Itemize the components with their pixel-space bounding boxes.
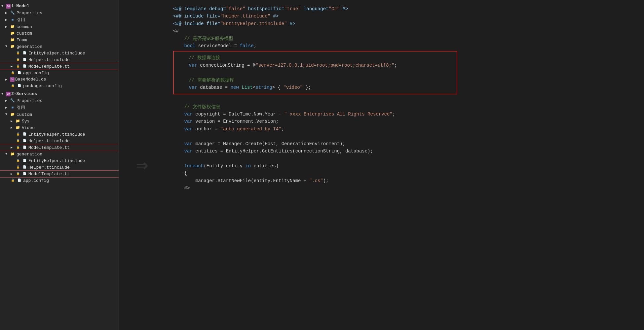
p1-common[interactable]: 📁 common	[0, 23, 119, 30]
folder-icon-7: 📁	[15, 125, 20, 130]
p1-ref-label: 引用	[17, 17, 25, 23]
ttinclude-icon-2: 📄	[22, 57, 27, 62]
tt-icon-2: 📄	[22, 145, 27, 150]
p2-video[interactable]: 📁 Video	[0, 124, 119, 131]
lock-icon-6: 🔒	[15, 132, 20, 137]
p1-ref-chevron	[5, 18, 9, 22]
code-content: <#@ template debug="false" hostspecific=…	[173, 5, 636, 50]
csharp-badge-2: C#	[6, 92, 11, 96]
p2-appconfig-label: app.config	[23, 178, 49, 183]
folder-icon-4: 📁	[10, 44, 15, 49]
line-23: {	[173, 171, 187, 176]
lock-icon-12: 🔒	[10, 178, 15, 183]
solution-explorer: C# 1-Model 🔧 Properties ■ 引用 📁 common 📁 …	[0, 0, 119, 330]
p1-appconfig-label: app.config	[23, 71, 49, 76]
line-directive-2: <#@ include file="helper.ttinclude" #>	[173, 14, 279, 19]
cs-badge-1: C#	[10, 77, 15, 82]
p2-mt-chevron	[11, 146, 15, 149]
p2-sys[interactable]: 📁 Sys	[0, 118, 119, 124]
p2-appconfig[interactable]: 🔒 📄 app.config	[0, 177, 119, 184]
lock-icon-7: 🔒	[15, 138, 20, 144]
p2-gen-helper[interactable]: 🔒 📄 Helper.ttinclude	[0, 164, 119, 171]
project-1-chevron	[1, 4, 5, 8]
lock-icon-9: 🔒	[15, 158, 20, 163]
p2-video-chevron	[11, 126, 15, 130]
line-6: bool serviceModel = false;	[173, 43, 256, 49]
project-1-model[interactable]: C# 1-Model	[0, 3, 119, 10]
p1-custom-label: custom	[17, 31, 32, 36]
p1-generation[interactable]: 📁 generation	[0, 43, 119, 50]
p1-properties[interactable]: 🔧 Properties	[0, 10, 119, 16]
p1-packages[interactable]: 🔒 📄 packages.config	[0, 82, 119, 89]
p1-enum[interactable]: 📁 Enum	[0, 37, 119, 43]
p1-helper[interactable]: 🔒 📄 Helper.ttinclude	[0, 56, 119, 63]
project-2-services[interactable]: C# 2-Services	[0, 90, 119, 97]
line-24: manager.StartNewFile(entity.EntityName +…	[173, 178, 329, 183]
lock-icon-11: 🔒	[15, 171, 20, 177]
line-25: #>	[173, 185, 190, 191]
p2-modeltemplate[interactable]: 🔒 📄 ModelTemplate.tt	[0, 144, 119, 151]
p2-gen-label: generation	[17, 152, 42, 157]
reference-icon-2: ■	[10, 105, 15, 110]
p2-gen-helper-label: Helper.ttinclude	[28, 165, 70, 170]
line-11: // 需要解析的数据库	[178, 78, 234, 83]
line-17: var author = "auto generated by T4";	[173, 126, 284, 132]
config-icon-3: 📄	[17, 178, 22, 183]
tt-icon-3: 📄	[22, 171, 27, 177]
config-icon: 📄	[17, 70, 22, 76]
code-editor: <#@ template debug="false" hostspecific=…	[165, 0, 644, 330]
folder-icon-2: 📁	[10, 31, 15, 36]
p2-modeltemplate-label: ModelTemplate.tt	[28, 145, 70, 150]
p2-generation[interactable]: 📁 generation	[0, 151, 119, 157]
p2-ref-label: 引用	[17, 105, 25, 111]
p1-references[interactable]: ■ 引用	[0, 16, 119, 23]
p1-modeltemplate-label: ModelTemplate.tt	[28, 64, 70, 69]
p1-appconfig[interactable]: 🔒 📄 app.config	[0, 70, 119, 76]
reference-icon: ■	[10, 17, 15, 22]
p2-properties[interactable]: 🔧 Properties	[0, 97, 119, 104]
lock-icon-2: 🔒	[15, 57, 20, 62]
line-4: <#	[173, 28, 179, 34]
tt-icon: 📄	[22, 64, 27, 69]
properties-icon: 🔧	[10, 10, 15, 16]
ttinclude-icon: 📄	[22, 50, 27, 56]
line-5: // 是否是WCF服务模型	[173, 36, 233, 41]
p2-custom-chevron	[5, 113, 9, 116]
line-19: var manager = Manager.Create(Host, Gener…	[173, 141, 345, 147]
lock-icon-10: 🔒	[15, 165, 20, 170]
p2-gen-modeltemplate-label: ModelTemplate.tt	[28, 172, 70, 177]
p1-bm-chevron	[5, 78, 9, 82]
p1-entityhelper[interactable]: 🔒 📄 EntityHelper.ttinclude	[0, 50, 119, 56]
p2-references[interactable]: ■ 引用	[0, 104, 119, 111]
p1-modeltemplate[interactable]: 🔒 📄 ModelTemplate.tt	[0, 63, 119, 70]
line-9: var connectionString = @"server=127.0.0.…	[178, 63, 397, 68]
folder-icon-5: 📁	[10, 112, 15, 117]
project-1-label: 1-Model	[11, 4, 29, 9]
line-8: // 数据库连接	[178, 55, 220, 60]
lock-icon-8: 🔒	[15, 145, 20, 150]
p2-custom[interactable]: 📁 custom	[0, 111, 119, 118]
p1-gen-label: generation	[17, 44, 42, 49]
ttinclude-icon-6: 📄	[22, 165, 27, 170]
p2-helper-label: Helper.ttinclude	[28, 139, 70, 144]
lock-icon-4: 🔒	[10, 70, 15, 76]
p2-gen-chevron	[5, 152, 9, 156]
folder-icon-8: 📁	[10, 151, 15, 157]
p2-helper[interactable]: 🔒 📄 Helper.ttinclude	[0, 138, 119, 144]
p2-entityhelper[interactable]: 🔒 📄 EntityHelper.ttinclude	[0, 131, 119, 138]
ttinclude-icon-5: 📄	[22, 158, 27, 163]
folder-icon-6: 📁	[15, 118, 20, 124]
p1-mt-chevron	[11, 64, 15, 68]
p1-basemodel[interactable]: C# BaseModel.cs	[0, 76, 119, 82]
p1-properties-chevron	[5, 11, 9, 15]
p1-common-label: common	[17, 24, 32, 29]
p2-prop-chevron	[5, 99, 9, 103]
p2-sys-chevron	[11, 119, 15, 123]
line-20: var entities = EntityHelper.GetEntities(…	[173, 148, 373, 154]
p2-gen-modeltemplate[interactable]: 🔒 📄 ModelTemplate.tt	[0, 171, 119, 177]
p2-gen-entityhelper[interactable]: 🔒 📄 EntityHelper.ttinclude	[0, 157, 119, 164]
folder-icon-3: 📁	[10, 37, 15, 43]
p1-custom[interactable]: 📁 custom	[0, 30, 119, 37]
p1-helper-label: Helper.ttinclude	[28, 57, 70, 62]
code-content-2: // 文件版权信息 var copyright = DateTime.Now.Y…	[173, 96, 636, 192]
